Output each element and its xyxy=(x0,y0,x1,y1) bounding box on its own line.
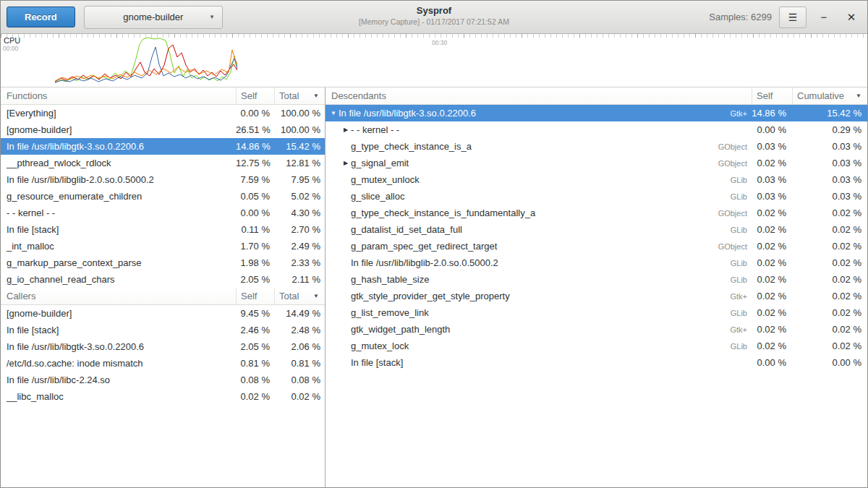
function-row-name: g_markup_parse_context_parse xyxy=(1,257,236,268)
descendant-name: g_signal_emit xyxy=(351,158,701,168)
descendant-row[interactable]: In file /usr/lib/libglib-2.0.so.0.5000.2… xyxy=(326,254,867,271)
callers-total-column-header[interactable]: Total ▼ xyxy=(274,288,325,304)
function-row-name: In file [stack] xyxy=(1,224,236,235)
menu-button[interactable]: ☰ xyxy=(779,7,807,28)
caller-row-name: In file /usr/lib/libgtk-3.so.0.2200.6 xyxy=(1,341,236,352)
descendant-row[interactable]: g_mutex_lockGLib0.02 %0.02 % xyxy=(326,338,867,354)
descendant-cumulative-value: 0.02 % xyxy=(792,257,867,268)
library-badge: GLib xyxy=(701,309,752,317)
function-row-name: - - kernel - - xyxy=(1,207,236,218)
descendant-self-value: 0.00 % xyxy=(752,357,792,368)
descendants-cumulative-column-header[interactable]: Cumulative ▼ xyxy=(792,87,867,104)
function-row-name: [Everything] xyxy=(1,108,236,119)
expander-expanded-icon[interactable]: ▼ xyxy=(328,110,339,116)
function-row-total-value: 12.81 % xyxy=(274,158,325,168)
library-badge: Gtk+ xyxy=(701,325,752,334)
function-row-name: _int_malloc xyxy=(1,241,236,252)
descendant-cumulative-value: 0.02 % xyxy=(792,307,867,318)
library-badge: GLib xyxy=(701,226,752,234)
functions-column-header[interactable]: Functions xyxy=(1,87,236,104)
function-row[interactable]: In file [stack]0.11 %2.70 % xyxy=(1,221,325,238)
cpu-graph[interactable]: CPU 00:00 00:30 xyxy=(1,34,867,87)
minimize-button[interactable]: − xyxy=(814,7,834,27)
descendant-cumulative-value: 0.03 % xyxy=(792,191,867,202)
descendant-cumulative-value: 0.03 % xyxy=(792,141,867,152)
expander-collapsed-icon[interactable]: ▶ xyxy=(341,127,351,133)
descendant-name: g_hash_table_size xyxy=(351,274,701,285)
descendant-cumulative-value: 0.03 % xyxy=(792,158,867,168)
target-selector-dropdown[interactable]: gnome-builder ▼ xyxy=(84,6,223,29)
function-row[interactable]: __pthread_rwlock_rdlock12.75 %12.81 % xyxy=(1,155,325,171)
descendant-row[interactable]: g_hash_table_sizeGLib0.02 %0.02 % xyxy=(326,271,867,288)
function-row[interactable]: g_io_channel_read_chars2.05 %2.11 % xyxy=(1,271,325,288)
descendant-row[interactable]: ▶- - kernel - -0.00 %0.29 % xyxy=(326,121,867,138)
descendants-self-column-header[interactable]: Self xyxy=(752,87,792,104)
caller-row[interactable]: In file /usr/lib/libc-2.24.so0.08 %0.08 … xyxy=(1,372,325,388)
descendant-row[interactable]: g_list_remove_linkGLib0.02 %0.02 % xyxy=(326,304,867,321)
function-row[interactable]: g_resource_enumerate_children0.05 %5.02 … xyxy=(1,188,325,205)
cpu-series-cpu1 xyxy=(55,45,237,82)
functions-total-column-header[interactable]: Total ▼ xyxy=(274,87,325,104)
functions-self-column-header[interactable]: Self xyxy=(236,87,274,104)
library-badge: Gtk+ xyxy=(701,292,752,301)
function-row-total-value: 2.70 % xyxy=(274,224,325,235)
header-right: Samples: 6299 ☰ − ✕ xyxy=(709,7,861,28)
function-row-total-value: 2.33 % xyxy=(274,257,325,268)
descendant-self-value: 0.02 % xyxy=(752,207,792,218)
descendant-row[interactable]: ▼In file /usr/lib/libgtk-3.so.0.2200.6Gt… xyxy=(326,105,867,121)
descendant-row[interactable]: gtk_widget_path_lengthGtk+0.02 %0.02 % xyxy=(326,321,867,338)
descendant-name: g_mutex_lock xyxy=(351,341,701,351)
descendants-column-header[interactable]: Descendants xyxy=(326,87,752,104)
descendant-name: - - kernel - - xyxy=(351,124,701,135)
sort-indicator-icon: ▼ xyxy=(313,293,320,299)
callers-self-column-header[interactable]: Self xyxy=(236,288,274,304)
caller-row-total-value: 0.08 % xyxy=(274,374,325,385)
descendant-row[interactable]: g_type_check_instance_is_fundamentally_a… xyxy=(326,205,867,221)
caller-row[interactable]: /etc/ld.so.cache: inode mismatch0.81 %0.… xyxy=(1,355,325,372)
descendant-name: In file /usr/lib/libgtk-3.so.0.2200.6 xyxy=(339,108,701,119)
function-row[interactable]: [Everything]0.00 %100.00 % xyxy=(1,105,325,121)
library-badge: GObject xyxy=(701,209,752,218)
function-row-total-value: 100.00 % xyxy=(274,124,325,135)
sort-indicator-icon: ▼ xyxy=(856,93,863,99)
caller-row[interactable]: In file [stack]2.46 %2.48 % xyxy=(1,322,325,338)
function-row-name: __pthread_rwlock_rdlock xyxy=(1,158,236,168)
callers-column-header[interactable]: Callers xyxy=(1,288,236,304)
descendant-cumulative-value: 0.02 % xyxy=(792,241,867,252)
function-row-self-value: 0.11 % xyxy=(236,224,274,235)
caller-row[interactable]: [gnome-builder]9.45 %14.49 % xyxy=(1,305,325,322)
descendant-cumulative-value: 0.03 % xyxy=(792,174,867,185)
function-row[interactable]: In file /usr/lib/libgtk-3.so.0.2200.614.… xyxy=(1,138,325,155)
record-button[interactable]: Record xyxy=(7,7,75,27)
expander-collapsed-icon[interactable]: ▶ xyxy=(341,160,351,166)
library-badge: GObject xyxy=(701,159,752,168)
callers-total-label: Total xyxy=(279,291,299,301)
descendant-row[interactable]: gtk_style_provider_get_style_propertyGtk… xyxy=(326,288,867,304)
function-row-self-value: 0.00 % xyxy=(236,108,274,119)
descendant-row[interactable]: In file [stack]0.00 %0.00 % xyxy=(326,354,867,371)
descendant-row[interactable]: g_mutex_unlockGLib0.03 %0.03 % xyxy=(326,171,867,188)
samples-count: Samples: 6299 xyxy=(709,12,772,22)
function-row[interactable]: In file /usr/lib/libglib-2.0.so.0.5000.2… xyxy=(1,171,325,188)
descendant-row[interactable]: g_param_spec_get_redirect_targetGObject0… xyxy=(326,238,867,254)
function-row[interactable]: - - kernel - -0.00 %4.30 % xyxy=(1,205,325,221)
descendant-row[interactable]: g_type_check_instance_is_aGObject0.03 %0… xyxy=(326,138,867,155)
function-row-self-value: 2.05 % xyxy=(236,274,274,285)
descendant-self-value: 0.02 % xyxy=(752,257,792,268)
descendant-cumulative-value: 0.02 % xyxy=(792,274,867,285)
function-row-self-value: 0.05 % xyxy=(236,191,274,202)
function-row[interactable]: g_markup_parse_context_parse1.98 %2.33 % xyxy=(1,254,325,271)
descendant-name: g_datalist_id_set_data_full xyxy=(351,224,701,235)
caller-row[interactable]: In file /usr/lib/libgtk-3.so.0.2200.62.0… xyxy=(1,338,325,355)
descendant-row[interactable]: ▶g_signal_emitGObject0.02 %0.03 % xyxy=(326,155,867,171)
descendant-cumulative-value: 0.29 % xyxy=(792,124,867,135)
function-row-self-value: 12.75 % xyxy=(236,158,274,168)
function-row[interactable]: _int_malloc1.70 %2.49 % xyxy=(1,238,325,254)
function-row[interactable]: [gnome-builder]26.51 %100.00 % xyxy=(1,121,325,138)
caller-row-total-value: 0.02 % xyxy=(274,391,325,402)
descendant-row[interactable]: g_slice_allocGLib0.03 %0.03 % xyxy=(326,188,867,205)
close-button[interactable]: ✕ xyxy=(841,7,861,27)
library-badge: GObject xyxy=(701,242,752,251)
descendant-row[interactable]: g_datalist_id_set_data_fullGLib0.02 %0.0… xyxy=(326,221,867,238)
caller-row[interactable]: __libc_malloc0.02 %0.02 % xyxy=(1,388,325,405)
